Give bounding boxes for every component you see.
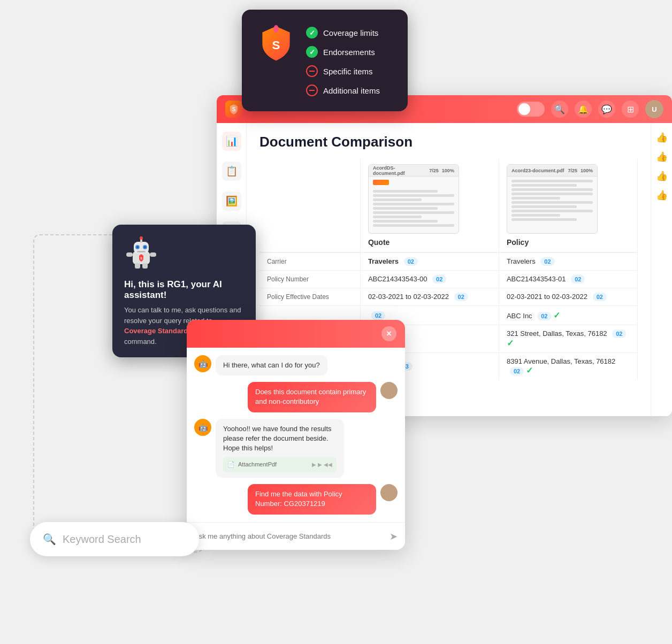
bot-avatar-2: 🤖 bbox=[194, 419, 211, 436]
chat-body: 🤖 Hi there, what can I do for you? Does … bbox=[187, 348, 405, 522]
col-header-quote: AcordDS-document.pdf 7/25 100% bbox=[360, 159, 499, 252]
svg-rect-15 bbox=[135, 263, 140, 269]
col-header-label bbox=[259, 159, 360, 252]
chat-nav-icon[interactable]: 💬 bbox=[598, 101, 615, 118]
sidebar-item-gallery[interactable]: 🖼️ bbox=[222, 191, 241, 211]
table-row: Policy Number ABC214343543-00 02 ABC2143… bbox=[259, 271, 638, 288]
chat-message-1: 🤖 Hi there, what can I do for you? bbox=[194, 355, 398, 375]
check-green-icon: ✓ bbox=[553, 311, 560, 320]
sidebar-item-docs[interactable]: 📋 bbox=[222, 162, 241, 181]
row-policy-carrier: Travelers 02 bbox=[499, 252, 637, 271]
badge: 02 bbox=[404, 257, 418, 266]
chat-footer: ➤ bbox=[187, 522, 405, 550]
check-green-icon-2 bbox=[306, 46, 318, 58]
row-policy-addr2: 8391 Avenue, Dallas, Texas, 76182 02 ✓ bbox=[499, 353, 637, 380]
svg-text:S: S bbox=[140, 257, 142, 260]
theme-toggle[interactable] bbox=[517, 102, 545, 117]
svg-rect-16 bbox=[142, 263, 148, 269]
grid-icon[interactable]: ⊞ bbox=[622, 101, 639, 118]
svg-text:S: S bbox=[232, 106, 236, 112]
ai-title: Hi, this is RG1, your AI assistant! bbox=[124, 279, 244, 301]
robot-avatar-icon: S bbox=[124, 236, 158, 271]
check-green-icon-2: ✓ bbox=[507, 339, 514, 348]
user-avatar-chat-2 bbox=[380, 484, 398, 501]
chat-message-3: 🤖 Yoohoo!! we have found the results ple… bbox=[194, 419, 398, 478]
search-placeholder: Keyword Search bbox=[63, 533, 141, 546]
policy-preview: Acord23-document.pdf 7/25 100% bbox=[507, 164, 598, 234]
page-title: Document Comparison bbox=[259, 134, 638, 150]
svg-point-11 bbox=[140, 236, 143, 240]
shield-logo-icon: S bbox=[257, 25, 295, 63]
checklist-label: Coverage limits bbox=[323, 28, 378, 37]
thumbup-icon[interactable]: 👍 bbox=[656, 132, 668, 143]
col-header-policy: Acord23-document.pdf 7/25 100% bbox=[499, 159, 637, 252]
quote-preview: AcordDS-document.pdf 7/25 100% bbox=[368, 164, 459, 234]
row-policy-dates: 02-03-2021 to 02-03-2022 02 bbox=[499, 288, 637, 306]
checklist-item-coverage: Coverage limits bbox=[306, 27, 380, 39]
chat-message-4: Find me the data with Policy Number: CG2… bbox=[194, 484, 398, 514]
app-logo: S bbox=[225, 101, 242, 118]
chat-message-2: Does this document contain primary and n… bbox=[194, 382, 398, 412]
send-button[interactable]: ➤ bbox=[390, 531, 398, 542]
bot-avatar: 🤖 bbox=[194, 355, 211, 372]
check-red-icon bbox=[306, 65, 318, 77]
badge: 02 bbox=[537, 312, 551, 320]
row-policy-addr1: 321 Street, Dallas, Texas, 76182 02 ✓ bbox=[499, 325, 637, 353]
svg-point-8 bbox=[144, 246, 146, 248]
badge: 02 bbox=[593, 293, 607, 301]
row-label: Carrier bbox=[259, 252, 360, 271]
checklist-label-2: Endorsements bbox=[323, 48, 375, 57]
checklist-items: Coverage limits Endorsements Specific it… bbox=[306, 25, 380, 96]
toggle-knob bbox=[518, 103, 530, 115]
chat-bubble-bot-1: Hi there, what can I do for you? bbox=[216, 355, 327, 375]
row-policy-policy-num: ABC214343543-01 02 bbox=[499, 271, 637, 288]
svg-point-0 bbox=[273, 25, 279, 33]
checklist-label-3: Specific items bbox=[323, 67, 373, 76]
row-quote-policy-num: ABC214343543-00 02 bbox=[360, 271, 499, 288]
svg-point-7 bbox=[136, 246, 139, 248]
notification-icon[interactable]: 🔔 bbox=[575, 101, 592, 118]
svg-rect-9 bbox=[137, 251, 146, 252]
badge: 02 bbox=[432, 275, 446, 283]
checklist-item-endorsements: Endorsements bbox=[306, 46, 380, 58]
chat-bubble-bot-2: Yoohoo!! we have found the results pleas… bbox=[216, 419, 344, 478]
user-avatar[interactable]: U bbox=[645, 100, 663, 118]
search-nav-icon[interactable]: 🔍 bbox=[551, 101, 568, 118]
chat-bubble-user-2: Find me the data with Policy Number: CG2… bbox=[248, 484, 376, 514]
table-row: Carrier Travelers 02 Travelers 02 bbox=[259, 252, 638, 271]
sidebar-item-dashboard[interactable]: 📊 bbox=[222, 132, 241, 151]
row-quote-carrier: Travelers 02 bbox=[360, 252, 499, 271]
row-label: Policy Number bbox=[259, 271, 360, 288]
chat-window: × 🤖 Hi there, what can I do for you? Doe… bbox=[187, 320, 405, 550]
attachment-label: 📄 AttachmentPdf ▶ ▶ ◀◀ bbox=[223, 457, 337, 472]
checklist-item-specific: Specific items bbox=[306, 65, 380, 77]
svg-text:S: S bbox=[272, 39, 280, 52]
user-avatar-chat bbox=[380, 382, 398, 399]
keyword-search-bar[interactable]: 🔍 Keyword Search bbox=[30, 522, 199, 556]
svg-rect-12 bbox=[126, 252, 133, 257]
badge: 02 bbox=[540, 257, 554, 266]
right-panel: 👍 👍 👍 👍 bbox=[651, 123, 672, 416]
check-green-icon-3: ✓ bbox=[526, 366, 533, 375]
thumbup-icon-3[interactable]: 👍 bbox=[656, 170, 668, 182]
svg-rect-13 bbox=[150, 252, 156, 257]
badge: 02 bbox=[454, 293, 468, 301]
chat-input[interactable] bbox=[194, 532, 384, 540]
check-green-icon bbox=[306, 27, 318, 39]
check-red-icon-2 bbox=[306, 85, 318, 96]
chat-close-button[interactable]: × bbox=[381, 326, 396, 341]
badge: 02 bbox=[510, 367, 524, 375]
ai-highlight: Coverage Standards bbox=[124, 327, 192, 335]
search-icon: 🔍 bbox=[43, 533, 56, 546]
checklist-card: S Coverage limits Endorsements Specific … bbox=[242, 10, 408, 111]
checklist-item-additional: Additional items bbox=[306, 85, 380, 96]
badge: 02 bbox=[371, 311, 385, 320]
row-quote-dates: 02-03-2021 to 02-03-2022 02 bbox=[360, 288, 499, 306]
thumbup-icon-4[interactable]: 👍 bbox=[656, 189, 668, 201]
row-policy-abc: ABC Inc 02 ✓ bbox=[499, 306, 637, 325]
chat-header: × bbox=[187, 320, 405, 348]
badge: 02 bbox=[612, 329, 626, 338]
thumbup-icon-2[interactable]: 👍 bbox=[656, 151, 668, 163]
table-row: Policy Effective Dates 02-03-2021 to 02-… bbox=[259, 288, 638, 306]
badge: 02 bbox=[571, 275, 585, 283]
